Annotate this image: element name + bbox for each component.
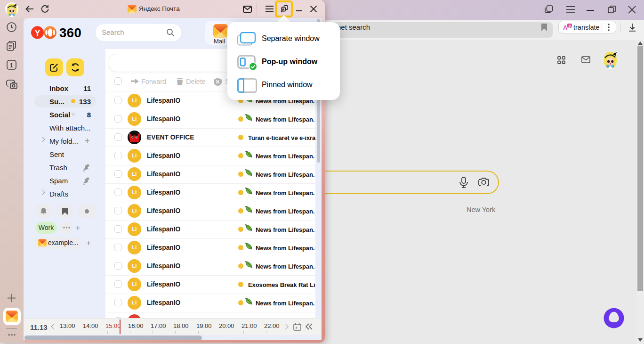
svg-text:あ: あ [568, 24, 572, 28]
svg-text:A: A [563, 24, 568, 31]
svg-text:Y: Y [34, 28, 40, 38]
svg-text:1: 1 [10, 62, 13, 69]
